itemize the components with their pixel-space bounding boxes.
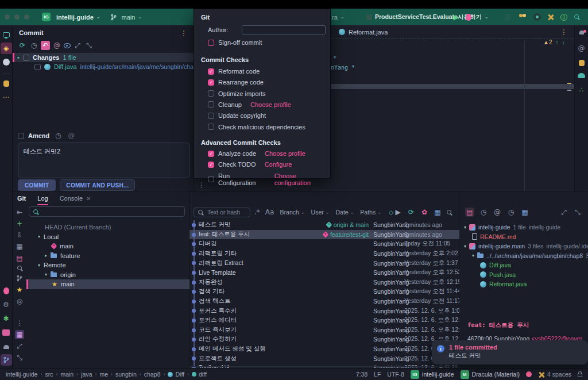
log-row[interactable]: 코드 즉시보기SungbinYang2025. 12. 6. 오후 12:37 (189, 325, 459, 335)
layout-icon[interactable]: ▦ (15, 242, 24, 251)
expand-all-icon[interactable]: ⤢ (73, 41, 82, 50)
check-analyze-code[interactable]: ✓Analyze codeChoose profile (208, 150, 305, 157)
regex-icon[interactable]: .* (253, 208, 262, 217)
log-search-input[interactable]: Text or hash (194, 208, 250, 217)
warnings-indicator[interactable]: ▲2 (543, 39, 552, 45)
chevron-icon[interactable]: ▾ (38, 263, 40, 268)
breadcrumb-item-sungbin[interactable]: sungbin (115, 371, 137, 378)
debug-toolwindow-button[interactable] (1, 285, 12, 297)
checkbox[interactable]: ✓ (208, 162, 214, 168)
commit-button[interactable]: COMMIT (18, 179, 56, 191)
expand-icon[interactable]: ⤢ (15, 341, 24, 351)
log-row[interactable]: 테스트 커밋origin & mainSungbinYang2 minutes … (189, 220, 459, 230)
details-tree-row[interactable]: ▾intellij-guide.main3 filesintellij-guid… (462, 241, 588, 251)
chevron-icon[interactable]: ▾ (45, 272, 47, 277)
log-row[interactable]: 포커스 특수키SungbinYang2025. 12. 6. 오후 1:07 (189, 306, 459, 316)
checkbox[interactable] (208, 90, 214, 97)
checkbox[interactable]: ✓ (208, 151, 214, 157)
details-tree-row[interactable]: Reformat.java (462, 279, 588, 289)
link-choose-profile[interactable]: Choose profile (250, 101, 291, 108)
add-branch-icon[interactable]: + (15, 219, 24, 228)
changelists-icon[interactable]: ▤ (15, 254, 24, 263)
commit-notification[interactable]: i 1 file committed 테스트 커밋 (432, 340, 588, 364)
error-stripe-mark[interactable] (567, 83, 571, 84)
commit-toolwindow-button[interactable]: ◈ (1, 43, 12, 54)
log-row[interactable]: feat: 테스트용 푸시feature/test-gitSungbinYang… (189, 230, 459, 240)
run-icon[interactable]: ▶ (451, 13, 461, 22)
branch-row-head-current-branch-[interactable]: HEAD (Current Branch) (26, 222, 189, 232)
project-widget[interactable]: IGintellij-guide (411, 370, 454, 379)
details-tree-row[interactable]: ▾../../src/main/java/me/sungbin/chap83 f… (462, 251, 588, 261)
chevron-icon[interactable]: ▾ (464, 225, 466, 230)
collapse-left-icon[interactable]: ⇤ (15, 208, 24, 217)
rollback-icon[interactable]: ↶ (41, 41, 50, 50)
window-minimize-button[interactable] (14, 14, 20, 20)
check-check-todo[interactable]: ✓Check TODOConfigure (208, 161, 292, 168)
search-everywhere-icon[interactable] (574, 14, 580, 20)
log-row[interactable]: 포커스 에디터SungbinYang2025. 12. 6. 오후 12:56 (189, 316, 459, 325)
link-configure[interactable]: Configure (265, 161, 292, 168)
more-toolwindows-button[interactable]: ⋯ (1, 91, 12, 103)
terminal-toolwindow-button[interactable] (1, 327, 12, 338)
filter-user[interactable]: User⌄ (311, 209, 330, 216)
group-by-icon[interactable]: @ (493, 208, 502, 217)
collapse-all-icon[interactable]: ⤡ (84, 41, 94, 50)
favorites-icon[interactable]: ★ (15, 285, 24, 294)
log-row[interactable]: 메인 메서드 생성 및 실행SungbinYang2025. 12. 6. 오후… (189, 344, 459, 354)
log-row[interactable]: 검색 텍스트SungbinYangYesterday 오전 11:17 (189, 297, 459, 306)
details-tree-row[interactable]: README.md (462, 232, 588, 242)
caret-position[interactable]: 7:38 (356, 371, 368, 378)
log-row[interactable]: Live TemplateSungbinYangYesterday 오후 12:… (189, 268, 459, 278)
github-toolwindow-button[interactable] (1, 56, 12, 68)
database-toolwindow-icon[interactable] (579, 60, 585, 66)
collapse-icon[interactable]: ⤡ (15, 353, 24, 362)
screen-record-icon[interactable] (533, 13, 541, 21)
check-run-configuration[interactable]: Run ConfigurationChoose configuration (208, 172, 330, 186)
check-rearrange-code[interactable]: ✓Rearrange code (208, 79, 264, 86)
branch-row-origin[interactable]: ▾origin (26, 270, 189, 280)
breadcrumb-item-diff[interactable]: diff (192, 371, 207, 378)
changed-file-row[interactable]: Diff.java intellij-guide/src/main/java/m… (13, 62, 195, 71)
log-row[interactable]: 자동완성SungbinYangYesterday 오후 12:15 (189, 278, 459, 287)
log-row[interactable]: 리팩토링 ExtractSungbinYangYesterday 오후 1:37 (189, 258, 459, 268)
find-icon[interactable] (446, 209, 452, 216)
log-row[interactable]: 검색 기타SungbinYangYesterday 오전 11:44 (189, 287, 459, 297)
history-icon[interactable]: ◷ (29, 41, 38, 50)
code-with-me-icon[interactable] (519, 14, 527, 20)
error-stripe-mark[interactable] (567, 90, 571, 91)
checkbox[interactable]: ✓ (208, 79, 214, 86)
titlebar-partial-widget[interactable]: ra⌄ (332, 14, 344, 21)
link-choose-configuration[interactable]: Choose configuration (274, 172, 330, 186)
changes-node[interactable]: ▾ Changes 1 file (13, 53, 195, 62)
go-to-ref-icon[interactable]: ▶ (393, 208, 403, 217)
checkbox[interactable] (208, 176, 214, 182)
refresh-icon[interactable]: ⟳ (18, 41, 27, 50)
checkbox[interactable] (208, 113, 214, 119)
check-update-copyright[interactable]: Update copyright (208, 112, 266, 119)
editor-options-icon[interactable]: ⋮ (197, 181, 206, 190)
more-options-icon[interactable]: ⋮ (15, 318, 24, 328)
details-tree-row[interactable]: Diff.java (462, 260, 588, 270)
ai-assistant-icon[interactable]: @ (577, 44, 586, 53)
vcs-branch-widget[interactable]: main⌄ (109, 13, 142, 22)
signoff-row[interactable]: Sign-off commit (208, 39, 262, 46)
match-case-icon[interactable]: Aa (265, 208, 274, 217)
chevron-icon[interactable]: ▾ (472, 253, 474, 258)
commit-and-push-button[interactable]: COMMIT AND PUSH... (60, 179, 135, 191)
log-row[interactable]: 디버깅SungbinYangToday 오전 11:05 (189, 239, 459, 249)
settings-sync-button[interactable]: ✱ (1, 313, 12, 324)
checkbox[interactable] (208, 124, 214, 130)
checkbox[interactable]: ✓ (208, 68, 214, 75)
recent-icon[interactable]: ◷ (506, 208, 516, 217)
window-zoom-button[interactable] (24, 14, 29, 20)
file-encoding[interactable]: UTF-8 (387, 371, 404, 378)
macro-indicator[interactable] (526, 371, 532, 377)
details-tree-row[interactable]: ▾intellij-guide1 fileintellij-guide (462, 222, 588, 232)
show-diff-icon[interactable]: ▤ (465, 208, 474, 217)
compare-branches-icon[interactable] (15, 274, 24, 283)
lock-icon[interactable] (578, 374, 582, 377)
amend-checkbox[interactable] (18, 133, 24, 139)
breadcrumb-item-diff[interactable]: Diff (168, 371, 184, 378)
breadcrumb-item-chap8[interactable]: chap8 (144, 371, 161, 378)
author-input[interactable] (242, 25, 326, 34)
